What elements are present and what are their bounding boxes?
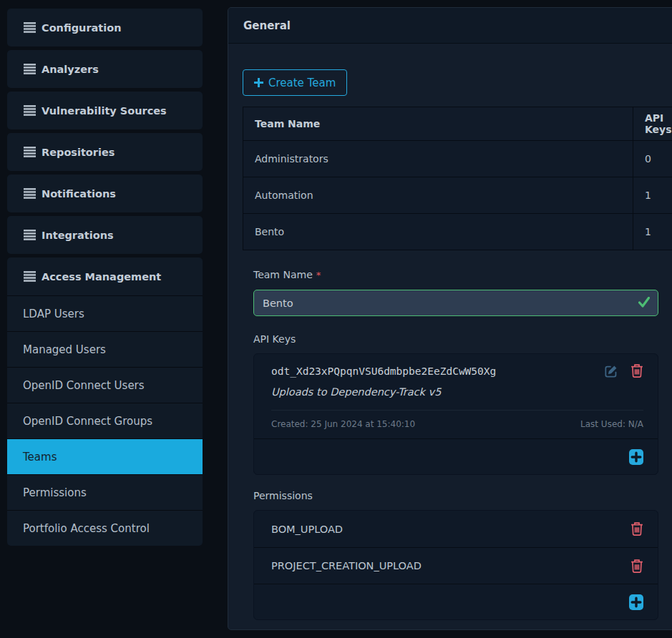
permission-row: BOM_UPLOAD: [254, 511, 658, 547]
delete-api-key-button[interactable]: [630, 363, 643, 378]
sidebar-item-analyzers[interactable]: Analyzers: [7, 50, 203, 88]
sidebar-item-label: OpenID Connect Users: [23, 379, 145, 392]
menu-icon: [24, 64, 36, 74]
menu-icon: [24, 230, 36, 240]
sidebar-item-configuration[interactable]: Configuration: [7, 9, 203, 46]
api-key-created: Created: 25 Jun 2024 at 15:40:10: [271, 419, 415, 429]
required-marker: *: [316, 270, 321, 280]
menu-icon: [24, 105, 36, 116]
table-row[interactable]: Administrators 0: [243, 141, 672, 177]
api-key-add-row: [254, 438, 658, 474]
column-header-team-name[interactable]: Team Name: [243, 107, 633, 141]
panel-header: General: [228, 8, 672, 44]
teams-table: Team Name API Keys Administrators 0 Auto…: [243, 107, 672, 250]
menu-icon: [24, 147, 36, 157]
delete-permission-button[interactable]: [630, 559, 643, 574]
sidebar-item-notifications[interactable]: Notifications: [7, 175, 203, 212]
permission-row: PROJECT_CREATION_UPLOAD: [254, 547, 658, 584]
team-name-input-wrap: [253, 290, 658, 316]
sidebar-item-label: OpenID Connect Groups: [23, 415, 152, 428]
team-name-label-text: Team Name: [253, 269, 313, 280]
permissions-section-label: Permissions: [253, 490, 658, 501]
sidebar-item-label: Notifications: [42, 188, 116, 200]
menu-icon: [24, 22, 36, 33]
api-keys-list: odt_Xd23xPQpqnVSU6dmbpbe2EeZdCwW50Xg: [253, 353, 658, 475]
access-management-group: Access Management LDAP Users Managed Use…: [7, 257, 203, 546]
sidebar-item-label: Vulnerability Sources: [42, 105, 167, 117]
permission-name: BOM_UPLOAD: [271, 524, 343, 535]
sidebar-item-vulnerability-sources[interactable]: Vulnerability Sources: [7, 92, 203, 129]
column-header-api-keys[interactable]: API Keys: [633, 107, 672, 141]
sidebar-item-openid-connect-groups[interactable]: OpenID Connect Groups: [7, 403, 203, 438]
team-detail: Team Name* API Keys odt_Xd23xPQpqnVSU6dm…: [253, 269, 658, 620]
add-square-icon: [629, 594, 643, 610]
sidebar-item-repositories[interactable]: Repositories: [7, 133, 203, 171]
api-keys-section-label: API Keys: [253, 333, 658, 345]
permission-add-row: [254, 584, 658, 619]
sidebar-item-label: Analyzers: [42, 64, 99, 75]
api-keys-count-cell: 1: [633, 177, 672, 214]
admin-sidebar: Configuration Analyzers Vulnerability So…: [7, 9, 203, 546]
trash-icon: [630, 363, 643, 378]
create-team-button[interactable]: Create Team: [243, 69, 347, 96]
sidebar-item-label: Access Management: [42, 271, 161, 283]
sidebar-item-label: Repositories: [42, 147, 115, 158]
panel-body: Create Team Team Name API Keys Administr…: [228, 44, 672, 620]
sidebar-item-portfolio-access-control[interactable]: Portfolio Access Control: [7, 510, 203, 546]
edit-icon: [604, 364, 618, 378]
sidebar-item-label: LDAP Users: [23, 308, 84, 320]
team-name-field-label: Team Name*: [253, 269, 658, 280]
permission-name: PROJECT_CREATION_UPLOAD: [271, 560, 422, 571]
team-name-cell: Bento: [243, 214, 633, 250]
sidebar-item-label: Integrations: [42, 230, 114, 241]
api-key-comment: Uploads to Dependency-Track v5: [271, 386, 643, 398]
delete-permission-button[interactable]: [630, 521, 643, 536]
api-keys-count-cell: 1: [633, 214, 672, 250]
teams-panel: General Create Team Team Name API Keys A…: [228, 7, 672, 630]
team-name-cell: Automation: [243, 177, 633, 214]
add-api-key-button[interactable]: [629, 449, 643, 465]
team-name-input[interactable]: [253, 290, 658, 316]
add-permission-button[interactable]: [629, 594, 643, 610]
sidebar-item-label: Portfolio Access Control: [23, 522, 150, 535]
table-header-row: Team Name API Keys: [243, 107, 672, 141]
create-team-label: Create Team: [268, 77, 336, 89]
edit-api-key-comment-button[interactable]: [604, 364, 618, 378]
api-keys-count-cell: 0: [633, 141, 672, 177]
menu-icon: [24, 188, 36, 199]
sidebar-item-label: Permissions: [23, 486, 87, 499]
table-row[interactable]: Bento 1: [243, 214, 672, 250]
trash-icon: [630, 559, 643, 574]
sidebar-item-teams[interactable]: Teams: [7, 438, 203, 474]
sidebar-item-label: Teams: [23, 451, 57, 463]
table-row[interactable]: Automation 1: [243, 177, 672, 214]
check-icon: [638, 297, 650, 310]
menu-icon: [24, 271, 36, 282]
add-square-icon: [629, 449, 643, 465]
api-key-item: odt_Xd23xPQpqnVSU6dmbpbe2EeZdCwW50Xg: [254, 354, 658, 438]
sidebar-item-label: Managed Users: [23, 343, 106, 356]
permissions-list: BOM_UPLOAD PROJECT_CREATION_UPLOAD: [253, 510, 658, 620]
sidebar-item-label: Configuration: [42, 22, 122, 34]
plus-icon: [254, 78, 263, 87]
api-key-last-used: Last Used: N/A: [580, 419, 643, 429]
sidebar-item-permissions[interactable]: Permissions: [7, 474, 203, 510]
panel-title: General: [243, 19, 291, 32]
sidebar-item-ldap-users[interactable]: LDAP Users: [7, 295, 203, 331]
divider: [271, 410, 643, 411]
sidebar-item-openid-connect-users[interactable]: OpenID Connect Users: [7, 367, 203, 403]
trash-icon: [630, 521, 643, 536]
sidebar-item-integrations[interactable]: Integrations: [7, 216, 203, 254]
api-key-value: odt_Xd23xPQpqnVSU6dmbpbe2EeZdCwW50Xg: [271, 365, 604, 377]
sidebar-item-access-management[interactable]: Access Management: [7, 257, 203, 295]
team-name-cell: Administrators: [243, 141, 633, 177]
sidebar-item-managed-users[interactable]: Managed Users: [7, 331, 203, 367]
